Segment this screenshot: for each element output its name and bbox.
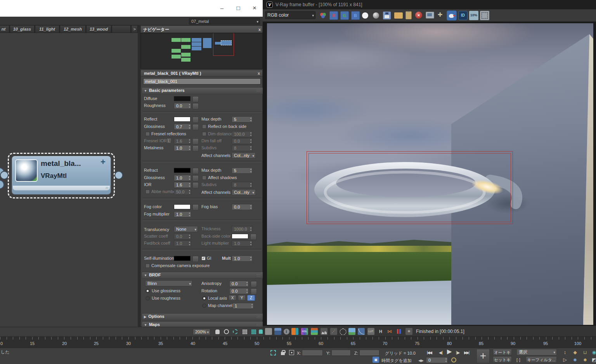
fog-multiplier-spinner[interactable]: 1.0 xyxy=(174,211,191,217)
icc-bowtie-icon[interactable]: ⋈ xyxy=(386,328,393,335)
node-resize-hatch-icon[interactable]: /// xyxy=(106,186,110,190)
node-input-socket[interactable] xyxy=(0,171,9,179)
tab-overflow-button[interactable]: > xyxy=(131,25,138,33)
info-icon[interactable]: i xyxy=(283,328,290,335)
navigator-minimap[interactable] xyxy=(140,33,263,69)
minimize-icon[interactable]: – xyxy=(216,2,228,14)
translucency-combo[interactable]: None xyxy=(174,226,198,232)
anisotropy-map-button[interactable] xyxy=(251,281,257,287)
refract-max-depth-spinner[interactable]: 5 xyxy=(232,167,253,174)
current-frame-spinner[interactable]: 0 xyxy=(426,357,448,363)
monochrome-icon[interactable] xyxy=(372,12,379,19)
layers-icon[interactable] xyxy=(274,328,281,335)
white-balance-icon[interactable] xyxy=(340,328,347,335)
fresnel-ior-spinner[interactable]: 1.6 xyxy=(174,138,191,144)
light-multiplier-spinner[interactable]: 1.0 xyxy=(232,240,253,247)
x-coordinate-field[interactable] xyxy=(302,350,323,356)
roughness-spinner[interactable]: 0.0 xyxy=(174,103,191,109)
ior-map-button[interactable] xyxy=(192,182,199,188)
track-mouse-icon[interactable]: ✚ xyxy=(437,11,444,18)
fog-color-map-button[interactable] xyxy=(192,204,199,210)
rotation-map-button[interactable] xyxy=(251,288,257,295)
add-time-tag-label[interactable]: 時間タグを追加 xyxy=(381,358,412,363)
tab-12-mesh[interactable]: 12_mesh xyxy=(60,25,86,33)
fresnel-ior-lock-button[interactable]: L xyxy=(166,138,172,144)
scene-material-combo[interactable]: 07_metal xyxy=(189,18,260,24)
go-to-start-button[interactable]: |◀◀ xyxy=(427,350,431,355)
render-region-rectangle[interactable] xyxy=(307,151,513,224)
clamp-icon[interactable]: ⊔ xyxy=(582,349,589,356)
refract-glossiness-spinner[interactable]: 1.0 xyxy=(174,175,191,181)
resolution-percent-button[interactable]: 10% xyxy=(469,11,478,20)
reflect-glossiness-spinner[interactable]: 0.7 xyxy=(174,124,191,130)
material-preview-thumbnail[interactable] xyxy=(15,159,38,182)
dim-distance-spinner[interactable]: 100.0 xyxy=(232,131,253,137)
exposure-rays-icon[interactable]: ⋰ xyxy=(330,328,337,335)
node-output-socket[interactable] xyxy=(114,171,123,179)
close-icon[interactable]: × xyxy=(248,2,261,14)
mult-spinner[interactable]: 1.0 xyxy=(232,255,253,262)
reflect-color-swatch[interactable] xyxy=(174,117,191,122)
gi-checkbox[interactable]: ✓ xyxy=(201,256,206,260)
lut-icon[interactable]: LUT xyxy=(367,328,374,335)
tab-blank[interactable] xyxy=(112,25,131,33)
tab-10-glass[interactable]: 10_glass xyxy=(10,25,35,33)
axis-y-button[interactable]: Y xyxy=(238,295,246,301)
metalness-spinner[interactable]: 1.0 xyxy=(174,145,191,151)
fog-color-swatch[interactable] xyxy=(174,204,191,209)
curve-correction-icon[interactable] xyxy=(358,328,365,335)
key-filters-button[interactable]: キーフィルタ... xyxy=(526,356,557,363)
teapot-icon[interactable]: ◆ xyxy=(572,349,579,356)
ocio-h-icon[interactable]: H xyxy=(377,328,384,335)
rollout-grip-icon[interactable]: ::: xyxy=(256,273,261,278)
stamp-icon[interactable]: ✳ xyxy=(405,328,412,335)
rotation-spinner[interactable]: 0.0 xyxy=(229,288,249,294)
self-illumination-map-button[interactable] xyxy=(192,256,199,262)
pan-hand-icon[interactable] xyxy=(214,328,221,335)
alpha-channel-icon[interactable] xyxy=(362,12,369,19)
dim-distance-checkbox[interactable] xyxy=(202,132,206,136)
rollout-options[interactable]: ▶Options::: xyxy=(142,313,263,320)
play-outline-icon[interactable]: ▷ xyxy=(561,356,568,363)
reflect-affect-channels-combo[interactable]: Col...nly xyxy=(232,152,256,159)
material-node[interactable]: metal_bla... VRayMtl + /// xyxy=(12,156,111,195)
selection-lock-icon[interactable] xyxy=(279,349,286,356)
axis-z-button[interactable]: Z xyxy=(247,295,255,301)
local-axis-radio[interactable] xyxy=(202,296,206,300)
navigator-close-icon[interactable]: x xyxy=(258,27,261,32)
ior-spinner[interactable]: 1.6 xyxy=(174,182,191,188)
reflect-subdivs-spinner[interactable]: 8 xyxy=(232,145,253,151)
compensate-checkbox[interactable] xyxy=(146,264,150,268)
selection-region-icon[interactable] xyxy=(270,349,277,356)
canvas-zoom-combo[interactable]: 200% xyxy=(193,329,210,335)
refract-glossiness-map-button[interactable] xyxy=(192,175,199,181)
auto-key-button[interactable]: オートキー xyxy=(493,349,512,355)
render-last-button[interactable] xyxy=(447,10,457,21)
anisotropy-spinner[interactable]: 0.0 xyxy=(229,281,249,287)
y-coordinate-field[interactable] xyxy=(331,350,351,356)
tab-11-light[interactable]: 11_light xyxy=(35,25,59,33)
backside-color-swatch[interactable] xyxy=(232,234,248,239)
create-keyframe-plus-button[interactable]: + xyxy=(476,349,490,363)
maximize-icon[interactable]: □ xyxy=(232,2,244,14)
rollout-basic-parameters[interactable]: ▼Basic parameters::: xyxy=(142,87,263,94)
tangent-slider-icon[interactable]: ↕ xyxy=(561,349,568,356)
contrast-square-icon[interactable]: ◩ xyxy=(591,356,596,363)
tab-09-paint[interactable]: nt xyxy=(0,25,9,33)
rollout-grip-icon[interactable]: ::: xyxy=(256,88,261,94)
tab-13-wood[interactable]: 13_wood xyxy=(86,25,111,33)
diffuse-map-button[interactable] xyxy=(192,96,199,102)
z-coordinate-field[interactable] xyxy=(359,350,379,356)
axis-x-button[interactable]: X xyxy=(229,295,236,301)
histogram-icon[interactable] xyxy=(321,328,327,335)
vfb-titlebar[interactable]: V V-Ray frame buffer - [100% of 1191 x 8… xyxy=(263,0,596,9)
red-channel-button[interactable]: R xyxy=(329,11,338,20)
background-image-icon[interactable] xyxy=(291,328,298,335)
fresnel-checkbox[interactable] xyxy=(146,132,150,136)
load-image-icon[interactable] xyxy=(394,12,403,19)
key-mode-icon[interactable] xyxy=(450,357,457,364)
channel-select-combo[interactable]: RGB color xyxy=(265,11,315,19)
levels-icon[interactable] xyxy=(311,328,318,335)
map-channel-spinner[interactable]: 1 xyxy=(232,303,254,309)
editor-header[interactable]: metal_black_001 ( VRayMtl ) x xyxy=(141,70,262,77)
